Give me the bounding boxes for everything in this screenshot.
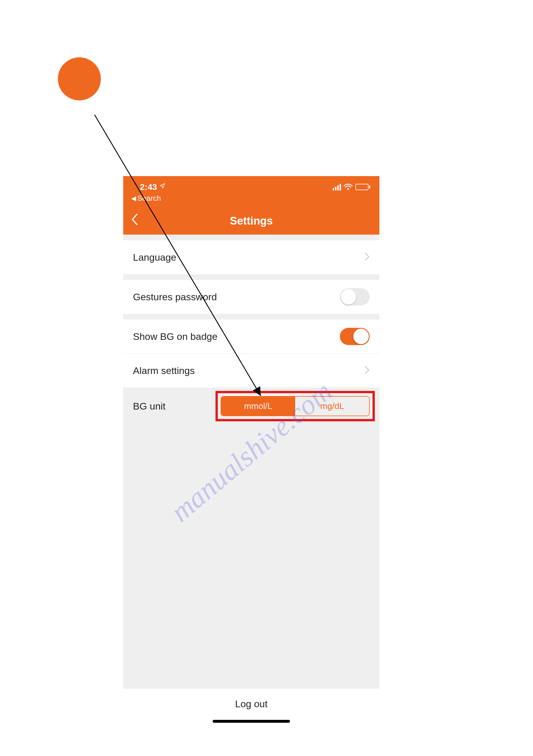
wifi-icon <box>344 184 352 190</box>
row-show-bg-on-badge: Show BG on badge <box>123 319 379 353</box>
nav-bar: Settings <box>123 207 379 234</box>
row-bg-unit: BG unit mmol/L mg/dL <box>123 388 379 425</box>
location-icon <box>159 183 165 190</box>
spacer <box>123 425 379 688</box>
logout-label: Log out <box>235 698 267 709</box>
row-label: Gestures password <box>133 291 217 303</box>
settings-screenshot: 2:43 <box>123 176 379 727</box>
row-label: BG unit <box>133 401 165 412</box>
breadcrumb-label: Search <box>137 194 161 203</box>
svg-point-1 <box>347 188 349 190</box>
settings-list: Language Gestures password Show BG on ba… <box>123 234 379 727</box>
status-bar: 2:43 <box>123 181 379 193</box>
nav-back-button[interactable] <box>131 214 138 228</box>
row-language[interactable]: Language <box>123 240 379 274</box>
breadcrumb-back-icon: ◀ <box>131 195 136 202</box>
bg-unit-segmented: mmol/L mg/dL <box>221 396 370 416</box>
toggle-show-bg-on-badge[interactable] <box>340 328 370 345</box>
row-label: Language <box>133 252 176 263</box>
toggle-gestures-password[interactable] <box>340 288 370 306</box>
bg-unit-option-mmol[interactable]: mmol/L <box>221 397 295 416</box>
row-alarm-settings[interactable]: Alarm settings <box>123 354 379 388</box>
chevron-right-icon <box>365 251 370 263</box>
bg-unit-option-mgdl[interactable]: mg/dL <box>295 397 369 416</box>
row-label: Alarm settings <box>133 365 194 376</box>
row-label: Show BG on badge <box>133 331 217 342</box>
page-title: Settings <box>230 215 273 227</box>
chevron-right-icon <box>365 364 370 377</box>
top-bar: 2:43 <box>123 176 379 234</box>
battery-icon <box>355 184 370 190</box>
breadcrumb-back[interactable]: ◀ Search <box>131 194 161 203</box>
row-gestures-password: Gestures password <box>123 280 379 314</box>
home-indicator <box>213 720 290 723</box>
cellular-icon <box>333 184 341 190</box>
status-time: 2:43 <box>140 182 157 192</box>
logout-button[interactable]: Log out <box>123 688 379 727</box>
callout-dot <box>58 57 101 100</box>
